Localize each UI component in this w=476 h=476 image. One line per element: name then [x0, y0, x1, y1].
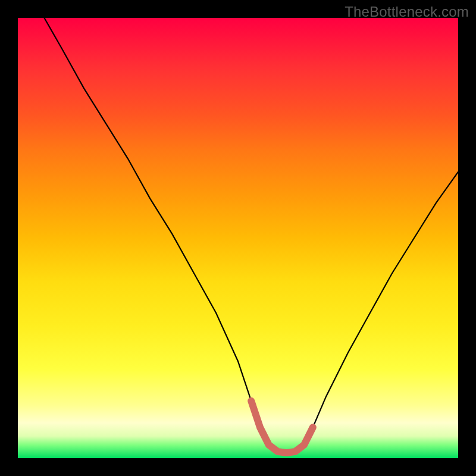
curve-layer: [18, 18, 458, 458]
flat-bottom-marker: [251, 401, 313, 453]
chart-frame: TheBottleneck.com: [0, 0, 476, 476]
bottleneck-curve: [44, 18, 458, 453]
plot-area: [18, 18, 458, 458]
watermark-text: TheBottleneck.com: [345, 4, 469, 20]
